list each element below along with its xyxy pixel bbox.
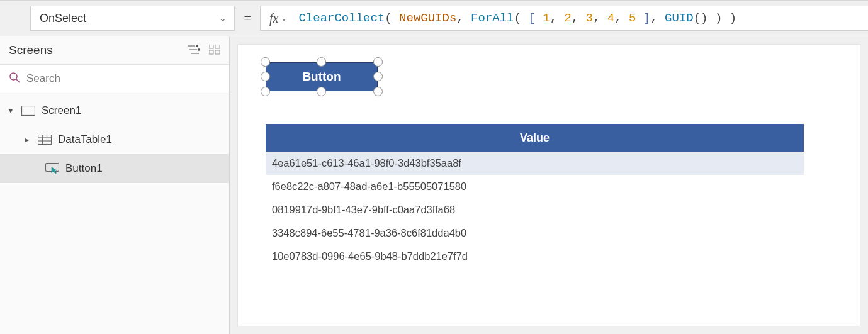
tree: ▾ Screen1 ▸ DataTable1 Button1 [0,92,229,183]
property-dropdown-value: OnSelect [40,12,86,25]
svg-rect-5 [209,45,213,48]
svg-rect-12 [38,135,52,145]
tree-item-label: DataTable1 [58,133,112,146]
column-header-value: Value [520,131,550,145]
screen-canvas[interactable]: Button Value 4ea61e51-c613-46a1-98f0-3d4… [237,44,860,326]
svg-point-4 [198,48,200,50]
lower-region: Screens ▾ Screen1 [0,36,868,334]
search-input[interactable] [26,72,220,85]
formula-text[interactable]: ClearCollect( NewGUIDs, ForAll( [ 1, 2, … [298,11,736,25]
search-icon [9,72,20,85]
tree-item-screen1[interactable]: ▾ Screen1 [0,96,229,125]
tree-view-title: Screens [9,43,53,57]
tree-view-header: Screens [0,36,229,65]
screen-icon [21,106,35,116]
tree-item-label: Button1 [65,162,103,175]
list-view-icon[interactable] [188,45,200,57]
tree-item-button1[interactable]: Button1 [0,154,229,183]
svg-point-9 [10,73,17,80]
resize-handle-tl[interactable] [261,57,270,67]
property-bar: OnSelect ⌄ = fx ⌄ ClearCollect( NewGUIDs… [0,0,868,36]
table-row[interactable]: 3348c894-6e55-4781-9a36-8c6f81dda4b0 [266,221,804,245]
grid-view-icon[interactable] [209,45,220,57]
resize-handle-ml[interactable] [261,72,270,81]
tree-view-panel: Screens ▾ Screen1 [0,36,230,334]
caret-right-icon[interactable]: ▸ [25,135,31,144]
resize-handle-tc[interactable] [317,57,326,67]
chevron-down-icon: ⌄ [219,13,227,23]
table-row[interactable]: 0819917d-9bf1-43e7-9bff-c0aa7d3ffa68 [266,198,804,221]
svg-rect-7 [209,50,213,54]
fx-icon: fx [269,11,278,26]
data-table-icon [38,135,52,145]
button-icon [45,163,59,174]
caret-down-icon[interactable]: ▾ [9,106,15,115]
search-row[interactable] [0,65,229,92]
selected-control-button[interactable]: Button [266,62,378,91]
table-row[interactable]: 4ea61e51-c613-46a1-98f0-3d43bf35aa8f [266,152,804,175]
svg-point-3 [196,45,198,47]
tree-view-header-actions [188,45,220,57]
table-row[interactable]: 10e0783d-0996-4e65-9b48-b7ddb21e7f7d [266,245,804,268]
canvas-area: Button Value 4ea61e51-c613-46a1-98f0-3d4… [230,36,868,334]
formula-bar[interactable]: fx ⌄ ClearCollect( NewGUIDs, ForAll( [ 1… [260,6,868,31]
property-dropdown[interactable]: OnSelect ⌄ [30,6,235,31]
button-text: Button [302,70,341,84]
tree-item-label: Screen1 [42,104,81,117]
resize-handle-bl[interactable] [261,87,270,96]
svg-rect-11 [22,106,35,116]
svg-rect-6 [215,45,220,48]
resize-handle-bc[interactable] [317,87,326,96]
svg-rect-8 [215,50,220,54]
tree-item-datatable1[interactable]: ▸ DataTable1 [0,125,229,154]
svg-line-10 [16,79,20,82]
chevron-down-icon[interactable]: ⌄ [281,14,287,23]
equals-label: = [235,11,260,26]
data-table-header[interactable]: Value [266,124,804,152]
resize-handle-br[interactable] [373,87,383,96]
data-table-control[interactable]: Value 4ea61e51-c613-46a1-98f0-3d43bf35aa… [266,124,804,268]
resize-handle-tr[interactable] [373,57,383,67]
resize-handle-mr[interactable] [373,72,383,81]
table-row[interactable]: f6e8c22c-a807-48ad-a6e1-b55505071580 [266,175,804,198]
